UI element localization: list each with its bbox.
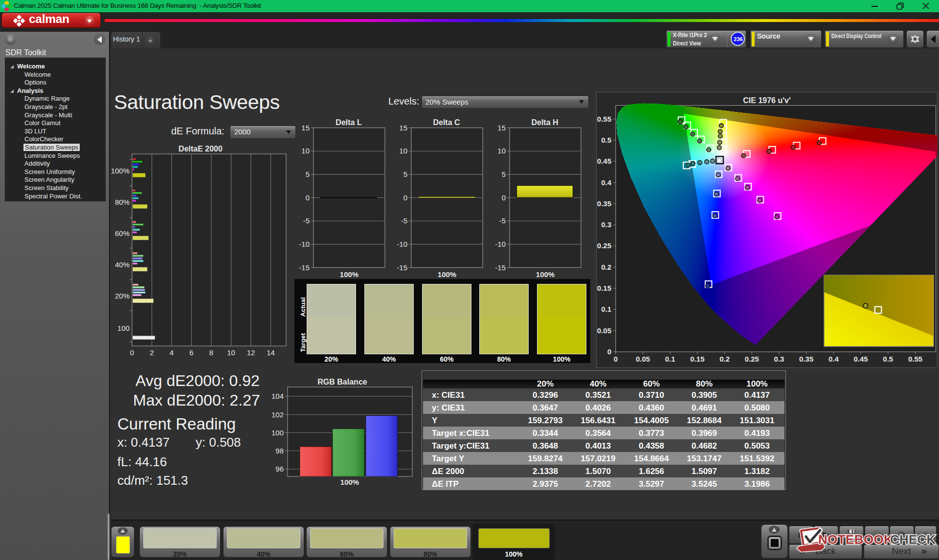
svg-text:-10: -10 bbox=[495, 240, 506, 248]
svg-text:-10: -10 bbox=[397, 240, 407, 248]
svg-text:15: 15 bbox=[399, 124, 407, 132]
svg-text:10: 10 bbox=[399, 147, 407, 155]
svg-text:0.15: 0.15 bbox=[597, 284, 611, 292]
svg-text:102: 102 bbox=[271, 410, 284, 419]
svg-text:0.3: 0.3 bbox=[601, 220, 611, 229]
svg-text:100%: 100% bbox=[111, 167, 130, 175]
svg-text:CIE 1976 u'v': CIE 1976 u'v' bbox=[743, 96, 790, 105]
svg-text:100%: 100% bbox=[340, 270, 358, 279]
svg-text:0.4: 0.4 bbox=[828, 355, 839, 363]
svg-text:0: 0 bbox=[607, 347, 611, 356]
svg-text:0.3: 0.3 bbox=[774, 355, 784, 363]
svg-text:-5: -5 bbox=[303, 216, 310, 225]
svg-text:100%: 100% bbox=[438, 270, 456, 279]
svg-text:-15: -15 bbox=[495, 263, 506, 272]
svg-text:5: 5 bbox=[306, 170, 310, 178]
svg-text:NOTEBOOK: NOTEBOOK bbox=[818, 532, 893, 547]
svg-text:15: 15 bbox=[301, 124, 310, 132]
svg-text:10: 10 bbox=[227, 348, 235, 357]
svg-text:0.2: 0.2 bbox=[601, 263, 611, 271]
svg-text:DeltaE 2000: DeltaE 2000 bbox=[179, 145, 223, 153]
svg-text:10: 10 bbox=[301, 147, 310, 155]
svg-text:0.5: 0.5 bbox=[883, 355, 893, 363]
svg-text:0.45: 0.45 bbox=[853, 355, 868, 363]
svg-text:80%: 80% bbox=[115, 198, 130, 206]
svg-text:104: 104 bbox=[271, 392, 284, 400]
svg-text:0.35: 0.35 bbox=[597, 199, 611, 208]
svg-text:-5: -5 bbox=[401, 216, 407, 225]
svg-text:0.1: 0.1 bbox=[665, 355, 675, 363]
svg-text:0.1: 0.1 bbox=[601, 305, 611, 313]
svg-text:100: 100 bbox=[117, 324, 130, 332]
svg-text:12: 12 bbox=[247, 348, 255, 357]
svg-text:Delta H: Delta H bbox=[531, 118, 558, 127]
svg-text:15: 15 bbox=[497, 124, 506, 132]
svg-text:0.35: 0.35 bbox=[799, 355, 813, 363]
svg-text:-15: -15 bbox=[299, 263, 310, 272]
svg-text:96: 96 bbox=[275, 465, 284, 473]
svg-text:0: 0 bbox=[306, 194, 310, 202]
svg-text:0.25: 0.25 bbox=[745, 355, 759, 363]
svg-text:0.15: 0.15 bbox=[690, 355, 704, 363]
svg-text:60%: 60% bbox=[115, 229, 130, 237]
svg-text:20%: 20% bbox=[115, 292, 130, 300]
svg-text:100: 100 bbox=[271, 429, 284, 437]
svg-text:0.45: 0.45 bbox=[597, 157, 611, 165]
svg-text:0.05: 0.05 bbox=[597, 326, 611, 335]
svg-text:0: 0 bbox=[130, 348, 134, 357]
svg-text:Delta C: Delta C bbox=[433, 118, 460, 127]
svg-text:0.05: 0.05 bbox=[636, 355, 650, 363]
svg-text:6: 6 bbox=[189, 348, 193, 357]
svg-text:0: 0 bbox=[403, 194, 407, 202]
svg-text:100%: 100% bbox=[536, 270, 555, 279]
svg-text:98: 98 bbox=[275, 447, 284, 455]
svg-text:8: 8 bbox=[209, 348, 213, 357]
svg-text:10: 10 bbox=[497, 147, 506, 155]
svg-text:0.55: 0.55 bbox=[908, 355, 922, 363]
svg-text:5: 5 bbox=[502, 170, 506, 178]
svg-text:-5: -5 bbox=[499, 216, 506, 225]
svg-text:0.25: 0.25 bbox=[597, 241, 611, 250]
svg-text:0: 0 bbox=[614, 355, 618, 363]
svg-text:-15: -15 bbox=[397, 263, 407, 272]
svg-text:2: 2 bbox=[150, 348, 154, 357]
svg-text:0.55: 0.55 bbox=[597, 115, 611, 123]
svg-text:40%: 40% bbox=[115, 260, 130, 269]
svg-text:4: 4 bbox=[170, 348, 174, 357]
svg-text:14: 14 bbox=[267, 348, 275, 357]
svg-text:Delta L: Delta L bbox=[335, 118, 362, 127]
svg-text:100%: 100% bbox=[340, 478, 359, 486]
svg-text:-10: -10 bbox=[299, 240, 310, 248]
svg-text:0.2: 0.2 bbox=[719, 355, 730, 363]
svg-text:CHECK: CHECK bbox=[890, 532, 936, 547]
svg-text:RGB Balance: RGB Balance bbox=[317, 378, 367, 386]
svg-text:0: 0 bbox=[502, 194, 506, 202]
svg-text:0.5: 0.5 bbox=[601, 136, 611, 144]
svg-text:0.4: 0.4 bbox=[601, 178, 612, 187]
svg-text:5: 5 bbox=[403, 170, 407, 178]
